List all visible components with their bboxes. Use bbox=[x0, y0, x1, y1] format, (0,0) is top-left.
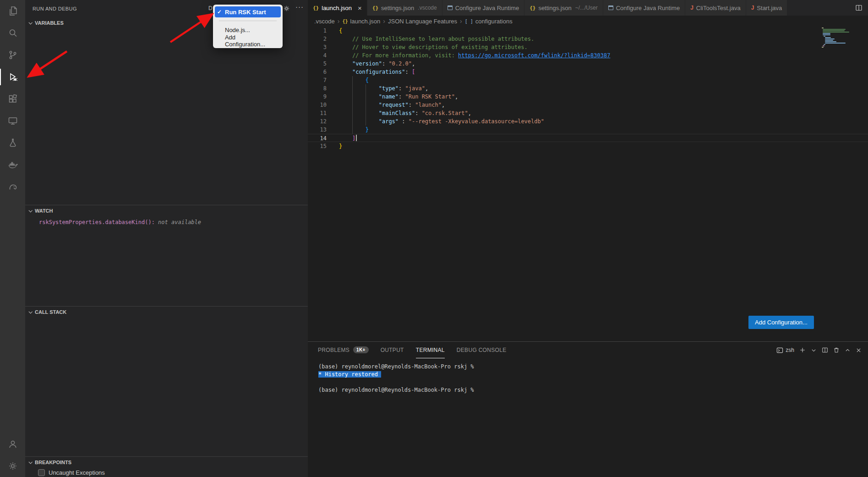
docker-whale-icon bbox=[7, 159, 18, 170]
line-number[interactable]: 1 bbox=[308, 27, 327, 35]
terminal-icon bbox=[776, 347, 783, 354]
line-number[interactable]: 4 bbox=[308, 51, 327, 60]
editor-tab-start-java[interactable]: JStart.java bbox=[746, 0, 787, 16]
uncaught-exceptions-checkbox[interactable] bbox=[38, 469, 45, 476]
line-number[interactable]: 5 bbox=[308, 60, 327, 68]
editor-tab-settings-json[interactable]: {}settings.json~/.../User bbox=[524, 0, 603, 16]
panel-actions: zsh bbox=[776, 347, 868, 354]
new-terminal-icon[interactable] bbox=[799, 347, 806, 353]
panel-tab-debug-console[interactable]: DEBUG CONSOLE bbox=[457, 342, 507, 358]
panel-tab-label: PROBLEMS bbox=[318, 347, 349, 353]
line-number[interactable]: 3 bbox=[308, 43, 327, 51]
split-terminal-icon[interactable] bbox=[822, 347, 828, 353]
code-line-6[interactable]: 6 "configurations": [ bbox=[308, 68, 868, 76]
editor-group: {}launch.json×{}settings.json.vscodeConf… bbox=[308, 0, 868, 477]
line-number[interactable]: 7 bbox=[308, 76, 327, 84]
activity-item-docker[interactable] bbox=[0, 154, 25, 176]
breadcrumb-label: JSON Language Features bbox=[388, 18, 457, 25]
code-line-5[interactable]: 5 "version": "0.2.0", bbox=[308, 60, 868, 68]
terminal-shell-selector[interactable]: zsh bbox=[776, 347, 794, 354]
code-line-7[interactable]: 7 { bbox=[308, 76, 868, 84]
activity-item-search[interactable] bbox=[0, 22, 25, 44]
breadcrumb-label: .vscode bbox=[314, 18, 335, 25]
chevron-down-icon bbox=[28, 208, 32, 212]
code-line-15[interactable]: 15} bbox=[308, 142, 868, 150]
line-number[interactable]: 12 bbox=[308, 117, 327, 126]
line-number[interactable]: 15 bbox=[308, 142, 327, 150]
terminal-line bbox=[318, 378, 868, 386]
watch-section-header[interactable]: WATCH bbox=[25, 205, 308, 216]
dropdown-item-run-rsk-start[interactable]: ✓Run RSK Start bbox=[215, 6, 281, 17]
minimap-line bbox=[825, 43, 846, 44]
editor-tab-clitoolstest-java[interactable]: JCliToolsTest.java bbox=[685, 0, 746, 16]
activity-bar-bottom bbox=[0, 433, 25, 477]
activity-item-run-debug[interactable] bbox=[0, 66, 25, 88]
json-file-icon: {} bbox=[372, 5, 378, 11]
call-stack-section-header[interactable]: CALL STACK bbox=[25, 307, 308, 318]
launch-settings-gear-icon[interactable] bbox=[283, 5, 290, 12]
line-number[interactable]: 8 bbox=[308, 84, 327, 93]
breadcrumb-item-launch-json[interactable]: {}launch.json bbox=[342, 18, 380, 25]
activity-item-explorer[interactable] bbox=[0, 0, 25, 22]
terminal-dropdown-chevron-icon[interactable] bbox=[811, 347, 817, 353]
activity-item-gradle[interactable] bbox=[0, 176, 25, 198]
terminal-line: (base) reynoldmorel@Reynolds-MacBook-Pro… bbox=[318, 363, 868, 371]
activity-item-accounts[interactable] bbox=[0, 433, 25, 455]
dropdown-item-add-configuration[interactable]: ✓Add Configuration... bbox=[215, 35, 281, 46]
line-number[interactable]: 13 bbox=[308, 126, 327, 134]
code-line-9[interactable]: 9 "name": "Run RSK Start", bbox=[308, 93, 868, 101]
code-line-3[interactable]: 3 // Hover to view descriptions of exist… bbox=[308, 43, 868, 51]
line-number[interactable]: 14 bbox=[308, 134, 327, 142]
code-line-11[interactable]: 11 "mainClass": "co.rsk.Start", bbox=[308, 109, 868, 117]
editor-tab-launch-json[interactable]: {}launch.json× bbox=[308, 0, 367, 16]
split-editor-icon[interactable] bbox=[855, 4, 863, 11]
line-number[interactable]: 11 bbox=[308, 109, 327, 117]
line-number[interactable]: 6 bbox=[308, 68, 327, 76]
line-number[interactable]: 2 bbox=[308, 35, 327, 43]
line-number[interactable]: 9 bbox=[308, 93, 327, 101]
code-line-14[interactable]: 14 ] bbox=[308, 134, 868, 142]
editor-tab-settings-json[interactable]: {}settings.json.vscode bbox=[367, 0, 442, 16]
code-text: // Hover to view descriptions of existin… bbox=[339, 43, 528, 51]
breadcrumb-item-configurations[interactable]: [ ]configurations bbox=[465, 18, 513, 25]
run-debug-icon bbox=[7, 71, 18, 82]
watch-expression-row[interactable]: rskSystemProperties.databaseKind(): not … bbox=[25, 216, 308, 225]
panel-tabs: PROBLEMS1K+OUTPUTTERMINALDEBUG CONSOLE bbox=[318, 342, 518, 358]
code-line-2[interactable]: 2 // Use IntelliSense to learn about pos… bbox=[308, 35, 868, 43]
panel-tab-terminal[interactable]: TERMINAL bbox=[416, 342, 445, 358]
code-line-13[interactable]: 13 } bbox=[308, 126, 868, 134]
minimap-line bbox=[825, 40, 833, 41]
code-line-10[interactable]: 10 "request": "launch", bbox=[308, 101, 868, 109]
editor-tab-configure-java-runtime[interactable]: Configure Java Runtime bbox=[442, 0, 524, 16]
activity-item-extensions[interactable] bbox=[0, 88, 25, 110]
minimap[interactable] bbox=[822, 27, 850, 48]
code-line-12[interactable]: 12 "args" : "--regtest -Xkeyvalue.dataso… bbox=[308, 117, 868, 126]
terminal-output[interactable]: (base) reynoldmorel@Reynolds-MacBook-Pro… bbox=[308, 358, 868, 394]
activity-item-remote-explorer[interactable] bbox=[0, 110, 25, 132]
code-line-1[interactable]: 1{ bbox=[308, 27, 868, 35]
git-branch-icon bbox=[7, 49, 18, 60]
code-text: { bbox=[339, 76, 369, 84]
editor-tab-configure-java-runtime[interactable]: Configure Java Runtime bbox=[603, 0, 685, 16]
activity-item-testing[interactable] bbox=[0, 132, 25, 154]
breadcrumb-item-vscode[interactable]: .vscode bbox=[314, 18, 335, 25]
activity-item-settings[interactable] bbox=[0, 455, 25, 477]
line-number[interactable]: 10 bbox=[308, 101, 327, 109]
code-editor[interactable]: 1{2 // Use IntelliSense to learn about p… bbox=[308, 27, 868, 341]
kill-terminal-trash-icon[interactable] bbox=[833, 347, 840, 353]
code-line-4[interactable]: 4 // For more information, visit: https:… bbox=[308, 51, 868, 60]
panel-tab-output[interactable]: OUTPUT bbox=[381, 342, 404, 358]
add-configuration-button[interactable]: Add Configuration... bbox=[748, 316, 814, 329]
breakpoints-section-header[interactable]: BREAKPOINTS bbox=[25, 457, 308, 468]
breadcrumb-item-json-language-features[interactable]: JSON Language Features bbox=[388, 18, 457, 25]
code-line-8[interactable]: 8 "type": "java", bbox=[308, 84, 868, 93]
panel-tab-problems[interactable]: PROBLEMS1K+ bbox=[318, 342, 369, 358]
close-panel-icon[interactable] bbox=[856, 347, 862, 353]
more-actions-icon[interactable]: ··· bbox=[295, 3, 304, 11]
problems-count-badge: 1K+ bbox=[353, 346, 369, 353]
debug-config-select[interactable]: D bbox=[208, 5, 213, 11]
activity-item-source-control[interactable] bbox=[0, 44, 25, 66]
close-tab-icon[interactable]: × bbox=[358, 5, 362, 11]
run-debug-sidebar: RUN AND DEBUG D ··· VARIABLES WATCH rskS… bbox=[25, 0, 308, 477]
maximize-panel-chevron-up-icon[interactable] bbox=[845, 347, 851, 353]
